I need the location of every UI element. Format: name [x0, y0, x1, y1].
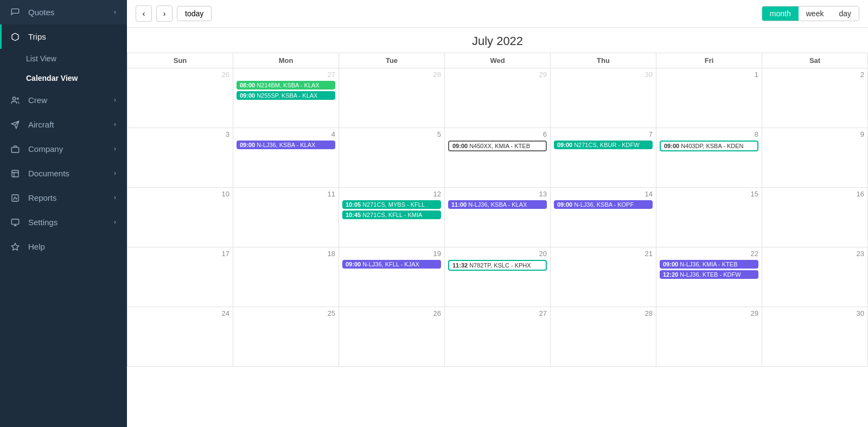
sidebar-item-company[interactable]: Company‹: [0, 137, 127, 161]
day-number: 13: [448, 190, 547, 200]
calendar-cell: 30: [551, 68, 656, 128]
calendar-event[interactable]: 09:00N-LJ36, KMIA - KTEB: [660, 260, 758, 269]
day-number: 26: [342, 309, 441, 320]
sidebar-item-label-trips: Trips: [28, 32, 46, 41]
event-label: N-LJ36, KTEB - KDFW: [680, 271, 741, 278]
sidebar-item-help[interactable]: Help: [0, 234, 127, 259]
calendar-cell: 28: [551, 307, 656, 367]
next-button[interactable]: ›: [156, 5, 173, 22]
sidebar-item-label-aircraft: Aircraft: [28, 120, 54, 129]
event-time: 12:20: [663, 271, 678, 278]
sidebar-item-aircraft[interactable]: Aircraft‹: [0, 112, 127, 137]
day-number: 16: [765, 190, 864, 200]
col-header-sat: Sat: [762, 53, 868, 68]
sidebar-item-label-crew: Crew: [28, 95, 47, 105]
sidebar-item-trips[interactable]: Trips: [0, 24, 127, 49]
day-number: 9: [765, 130, 864, 141]
reports-chevron-icon: ‹: [114, 194, 116, 202]
calendar-event[interactable]: 09:00N-LJ36, KSBA - KOPF: [554, 200, 653, 209]
day-number: 17: [131, 250, 229, 260]
day-number: 30: [765, 309, 864, 320]
calendar-event[interactable]: 08:00N214BM, KSBA - KLAX: [237, 81, 335, 90]
col-header-fri: Fri: [656, 53, 762, 68]
calendar-cell: 2011:32N782TP, KSLC - KPHX: [445, 247, 551, 307]
calendar-event[interactable]: 09:00N403DP, KSBA - KDEN: [660, 141, 758, 151]
calendar-cell: 5: [339, 128, 445, 188]
aircraft-icon: [11, 120, 22, 129]
svg-marker-6: [11, 243, 18, 250]
calendar-event[interactable]: 09:00N271CS, KBUR - KDFW: [554, 141, 653, 149]
sidebar-item-label-reports: Reports: [28, 193, 57, 202]
month-view-button[interactable]: month: [762, 7, 799, 21]
trips-icon: [11, 33, 22, 41]
calendar-event[interactable]: 11:00N-LJ36, KSBA - KLAX: [448, 200, 547, 209]
calendar-event[interactable]: 09:00N450XX, KMIA - KTEB: [448, 141, 547, 151]
day-number: 27: [448, 309, 547, 320]
quotes-chevron-icon: ‹: [114, 9, 116, 16]
event-time: 09:00: [663, 261, 678, 267]
day-number: 25: [237, 309, 335, 320]
event-time: 08:00: [240, 82, 255, 88]
sidebar-sub-item-trips-calendar[interactable]: Calendar View: [0, 68, 127, 88]
settings-chevron-icon: ‹: [114, 219, 116, 226]
day-number: 14: [554, 190, 653, 200]
calendar-cell: 2: [762, 68, 868, 128]
calendar-event[interactable]: 09:00N-LJ36, KFLL - KJAX: [342, 260, 441, 269]
calendar-event[interactable]: 09:00N-LJ36, KSBA - KLAX: [237, 141, 335, 149]
day-number: 29: [448, 71, 547, 81]
day-number: 27: [237, 71, 335, 81]
crew-chevron-icon: ‹: [114, 97, 116, 104]
day-number: 19: [342, 250, 441, 260]
day-number: 23: [765, 250, 864, 260]
calendar-cell: 809:00N403DP, KSBA - KDEN: [656, 128, 762, 188]
week-view-button[interactable]: week: [799, 7, 832, 21]
day-number: 18: [237, 250, 335, 260]
calendar-cell: 16: [762, 188, 868, 247]
event-time: 10:05: [346, 201, 361, 208]
calendar-event[interactable]: 12:20N-LJ36, KTEB - KDFW: [660, 270, 758, 279]
sidebar-item-crew[interactable]: Crew‹: [0, 88, 127, 112]
event-time: 09:00: [557, 142, 572, 148]
calendar-cell: 1311:00N-LJ36, KSBA - KLAX: [445, 188, 551, 247]
event-label: N214BM, KSBA - KLAX: [257, 82, 320, 88]
calendar-grid: SunMonTueWedThuFriSat 262708:00N214BM, K…: [127, 53, 868, 367]
day-view-button[interactable]: day: [831, 7, 859, 21]
calendar-cell: 15: [656, 188, 762, 247]
event-label: N-LJ36, KMIA - KTEB: [680, 261, 737, 267]
day-number: 21: [554, 250, 653, 260]
company-chevron-icon: ‹: [114, 145, 116, 153]
event-time: 09:00: [240, 92, 255, 99]
event-time: 09:00: [240, 142, 255, 148]
calendar-cell: 409:00N-LJ36, KSBA - KLAX: [233, 128, 339, 188]
event-time: 09:00: [664, 143, 679, 149]
event-label: N271CS, MYBS - KFLL: [362, 201, 425, 208]
sidebar-item-documents[interactable]: Documents‹: [0, 161, 127, 186]
calendar-event[interactable]: 10:05N271CS, MYBS - KFLL: [342, 200, 441, 209]
svg-rect-2: [11, 147, 18, 152]
sidebar-item-reports[interactable]: Reports‹: [0, 186, 127, 210]
help-icon: [11, 243, 22, 251]
event-label: N271CS, KBUR - KDFW: [574, 142, 639, 148]
calendar-toolbar: ‹ › today month week day: [127, 0, 868, 28]
day-number: 26: [131, 71, 229, 81]
event-label: N271CS, KFLL - KMIA: [362, 212, 422, 218]
main-content: ‹ › today month week day July 2022 SunMo…: [127, 0, 868, 427]
sidebar-item-quotes[interactable]: Quotes‹: [0, 0, 127, 24]
event-time: 11:32: [452, 262, 468, 269]
calendar-event[interactable]: 10:45N271CS, KFLL - KMIA: [342, 211, 441, 219]
calendar-event[interactable]: 11:32N782TP, KSLC - KPHX: [448, 260, 547, 271]
prev-button[interactable]: ‹: [136, 5, 152, 22]
calendar-cell: 23: [762, 247, 868, 307]
calendar-event[interactable]: 09:00N255SP, KSBA - KLAX: [237, 91, 335, 100]
day-number: 28: [342, 71, 441, 81]
calendar-wrapper: July 2022 SunMonTueWedThuFriSat 262708:0…: [127, 28, 868, 427]
event-time: 10:45: [346, 212, 361, 218]
sidebar-item-label-quotes: Quotes: [28, 8, 54, 17]
col-header-wed: Wed: [445, 53, 551, 68]
svg-rect-3: [12, 170, 18, 177]
today-button[interactable]: today: [177, 6, 212, 21]
sidebar-item-settings[interactable]: Settings‹: [0, 210, 127, 234]
event-label: N-LJ36, KSBA - KOPF: [574, 201, 634, 208]
sidebar-sub-item-trips-list[interactable]: List View: [0, 49, 127, 68]
calendar-cell: 10: [127, 188, 233, 247]
